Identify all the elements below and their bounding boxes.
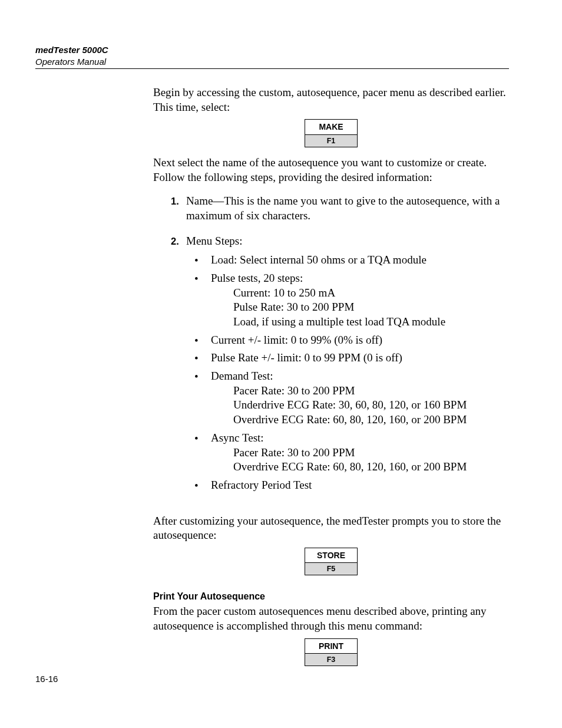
sub-underdrive: Underdrive ECG Rate: 30, 60, 80, 120, or… [233,398,509,413]
sub-overdrive: Overdrive ECG Rate: 60, 80, 120, 160, or… [233,460,509,475]
intro-paragraph-1: Begin by accessing the custom, autoseque… [153,85,509,114]
bullet-text: Async Test: Pacer Rate: 30 to 200 PPM Ov… [211,431,509,475]
bullet-title: Async Test: [211,431,264,444]
sub-pacer-rate: Pacer Rate: 30 to 200 PPM [233,446,509,460]
bullet-text: Pulse Rate +/- limit: 0 to 99 PPM (0 is … [211,351,509,365]
print-paragraph: From the pacer custom autosequences menu… [153,604,509,633]
bullet-icon: • [194,369,211,427]
bullet-demand-test: • Demand Test: Pacer Rate: 30 to 200 PPM… [194,369,509,427]
menu-steps-bullets: • Load: Select internal 50 ohms or a TQA… [194,253,509,492]
menu-button-key: F1 [305,135,357,147]
bullet-icon: • [194,271,211,330]
bullet-icon: • [194,333,211,348]
step-text: Menu Steps: [186,235,243,247]
content-area: Begin by accessing the custom, autoseque… [153,85,509,666]
bullet-text: Pulse tests, 20 steps: Current: 10 to 25… [211,271,509,330]
menu-button-store: STORE F5 [305,548,358,575]
step-number: 1. [171,194,186,223]
step-body: Menu Steps: • Load: Select internal 50 o… [186,234,509,496]
steps-list: 1. Name—This is the name you want to giv… [171,194,509,496]
menu-button-print: PRINT F3 [305,638,358,666]
header-subtitle: Operators Manual [35,56,509,68]
section-heading-print: Print Your Autosequence [153,591,509,603]
bullet-title: Demand Test: [211,370,273,382]
menu-button-make: MAKE F1 [305,119,358,147]
page-number: 16-16 [35,674,58,684]
step-text: Name—This is the name you want to give t… [186,194,509,223]
sub-pulse-rate: Pulse Rate: 30 to 200 PPM [233,300,509,315]
page-header: medTester 5000C Operators Manual [35,44,509,69]
after-paragraph: After customizing your autosequence, the… [153,514,509,543]
sub-pacer-rate: Pacer Rate: 30 to 200 PPM [233,384,509,398]
sub-overdrive: Overdrive ECG Rate: 60, 80, 120, 160, or… [233,413,509,427]
bullet-pulse-tests: • Pulse tests, 20 steps: Current: 10 to … [194,271,509,330]
bullet-icon: • [194,253,211,268]
bullet-icon: • [194,351,211,365]
bullet-icon: • [194,431,211,475]
bullet-text: Load: Select internal 50 ohms or a TQA m… [211,253,509,268]
sub-current: Current: 10 to 250 mA [233,286,509,301]
bullet-title: Pulse tests, 20 steps: [211,272,303,284]
menu-button-key: F5 [305,563,357,575]
bullet-text: Demand Test: Pacer Rate: 30 to 200 PPM U… [211,369,509,427]
header-title: medTester 5000C [35,44,509,56]
step-1: 1. Name—This is the name you want to giv… [171,194,509,223]
bullet-async-test: • Async Test: Pacer Rate: 30 to 200 PPM … [194,431,509,475]
step-2: 2. Menu Steps: • Load: Select internal 5… [171,234,509,496]
bullet-text: Refractory Period Test [211,478,509,493]
sub-load: Load, if using a multiple test load TQA … [233,315,509,330]
menu-button-label: MAKE [305,120,357,134]
menu-button-label: STORE [305,548,357,563]
bullet-text: Current +/- limit: 0 to 99% (0% is off) [211,333,509,348]
intro-paragraph-2: Next select the name of the autosequence… [153,156,509,185]
step-number: 2. [171,234,186,496]
bullet-refractory: • Refractory Period Test [194,478,509,493]
menu-button-key: F3 [305,654,357,666]
bullet-icon: • [194,478,211,493]
bullet-current-limit: • Current +/- limit: 0 to 99% (0% is off… [194,333,509,348]
bullet-pulse-rate-limit: • Pulse Rate +/- limit: 0 to 99 PPM (0 i… [194,351,509,365]
menu-button-label: PRINT [305,639,357,654]
bullet-load: • Load: Select internal 50 ohms or a TQA… [194,253,509,268]
